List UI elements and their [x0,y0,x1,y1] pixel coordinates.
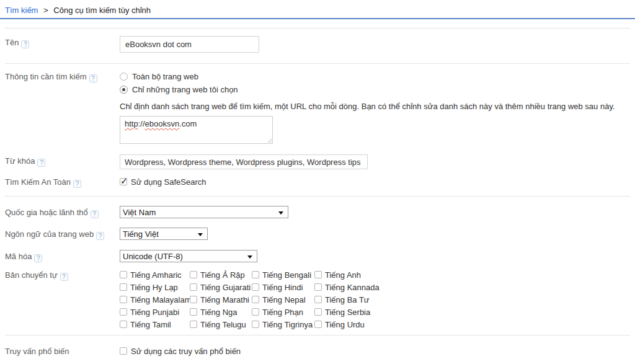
checkbox-icon[interactable] [120,296,127,303]
search-scope-row: Thông tin cần tìm kiếm? Toàn bộ trang we… [5,70,630,144]
transliteration-checkbox-persian[interactable]: Tiếng Ba Tư [314,295,630,304]
checkbox-icon[interactable] [190,271,197,278]
transliteration-checkbox-malayalam[interactable]: Tiếng Malayalam [120,295,190,304]
checkbox-checked-icon[interactable] [120,178,127,185]
transliteration-label: Bản chuyển tự? [5,269,120,281]
checkbox-icon[interactable] [252,283,259,291]
transliteration-row: Bản chuyển tự? Tiếng Amharic Tiếng Ả Rập… [5,269,630,331]
popular-queries-row: Truy vấn phổ biến Sử dụng các truy vấn p… [5,345,630,357]
sites-textarea[interactable]: http://ebooksvn.com [120,116,273,144]
help-icon[interactable]: ? [37,159,45,167]
url-text: http://ebooksvn.com [125,119,197,128]
popular-queries-label: Truy vấn phổ biến [5,345,120,357]
transliteration-checkbox-kannada[interactable]: Tiếng Kannada [314,283,630,292]
transliteration-checkbox-nepali[interactable]: Tiếng Nepal [252,295,314,304]
breadcrumb-link-search[interactable]: Tìm kiếm [5,6,38,15]
keywords-row: Từ khóa? [5,154,630,169]
divider [5,28,630,29]
breadcrumb-separator: > [43,6,48,15]
checkbox-icon[interactable] [120,283,127,291]
checkbox-icon[interactable] [252,321,259,328]
transliteration-checkbox-bengali[interactable]: Tiếng Bengali [252,270,314,280]
name-row: Tên? [5,36,630,53]
checkbox-unchecked-icon[interactable] [120,347,127,355]
name-input[interactable] [120,36,259,53]
name-label: Tên? [5,36,120,48]
transliteration-checkbox-telugu[interactable]: Tiếng Telugu [190,320,252,329]
divider [5,335,630,335]
checkbox-icon[interactable] [252,296,259,303]
language-select[interactable]: Tiếng Việt [120,228,208,240]
encoding-select[interactable]: Unicode (UTF-8) [120,250,257,262]
radio-icon-selected[interactable] [120,86,128,94]
checkbox-icon[interactable] [314,271,322,278]
sites-description: Chỉ định danh sách trang web để tìm kiếm… [120,102,630,112]
checkbox-icon[interactable] [120,271,127,278]
help-icon[interactable]: ? [96,232,104,240]
transliteration-checkbox-gujarati[interactable]: Tiếng Gujarati [190,283,252,292]
checkbox-icon[interactable] [314,321,322,328]
search-scope-label: Thông tin cần tìm kiếm? [5,70,120,82]
country-select[interactable]: Việt Nam [120,206,288,218]
keywords-input[interactable] [120,154,368,169]
transliteration-checkbox-english[interactable]: Tiếng Anh [314,270,630,280]
help-icon[interactable]: ? [73,180,81,188]
checkbox-icon[interactable] [314,283,322,291]
transliteration-checkbox-hindi[interactable]: Tiếng Hindi [252,283,314,292]
help-icon[interactable]: ? [21,40,29,48]
custom-search-settings-page: Tìm kiếm > Công cụ tìm kiếm tùy chỉnh Tê… [0,0,635,357]
checkbox-icon[interactable] [120,321,127,328]
transliteration-checkbox-serbian[interactable]: Tiếng Serbia [314,308,630,317]
divider [5,63,630,64]
checkbox-icon[interactable] [190,321,197,328]
safesearch-row: Tìm Kiếm An Toàn? Sử dụng SafeSearch [5,175,630,188]
transliteration-checkbox-punjabi[interactable]: Tiếng Punjabi [120,308,190,317]
encoding-row: Mã hóa? Unicode (UTF-8) [5,250,630,262]
transliteration-checkbox-greek[interactable]: Tiếng Hy Lạp [120,283,190,292]
radio-option-selected-sites[interactable]: Chỉ những trang web tôi chọn [120,83,630,96]
transliteration-checkbox-arabic[interactable]: Tiếng Ả Rập [190,270,252,280]
breadcrumb: Tìm kiếm > Công cụ tìm kiếm tùy chỉnh [0,0,635,19]
transliteration-checkbox-marathi[interactable]: Tiếng Marathi [190,295,252,304]
checkbox-icon[interactable] [190,296,197,303]
chevron-down-icon [198,233,203,236]
help-icon[interactable]: ? [89,74,97,82]
resize-handle-icon[interactable] [266,137,272,143]
help-icon[interactable]: ? [91,210,99,218]
safesearch-label: Tìm Kiếm An Toàn? [5,175,120,188]
language-row: Ngôn ngữ của trang web? Tiếng Việt [5,228,630,240]
chevron-down-icon [247,255,252,259]
popular-queries-checkbox-row[interactable]: Sử dụng các truy vấn phổ biến [120,345,630,357]
radio-option-entire-web[interactable]: Toàn bộ trang web [120,70,630,83]
transliteration-checkbox-urdu[interactable]: Tiếng Urdu [314,320,630,329]
language-label: Ngôn ngữ của trang web? [5,228,120,240]
transliteration-checkbox-sanskrit[interactable]: Tiếng Phạn [252,308,314,317]
chevron-down-icon [278,211,283,215]
checkbox-icon[interactable] [190,283,197,291]
checkbox-icon[interactable] [120,308,127,316]
transliteration-grid: Tiếng Amharic Tiếng Ả Rập Tiếng Bengali … [120,269,630,331]
help-icon[interactable]: ? [34,254,42,262]
keywords-label: Từ khóa? [5,154,120,167]
checkbox-icon[interactable] [252,271,259,278]
checkbox-icon[interactable] [314,296,322,303]
safesearch-checkbox-row[interactable]: Sử dụng SafeSearch [120,175,630,188]
transliteration-checkbox-tamil[interactable]: Tiếng Tamil [120,320,190,329]
transliteration-checkbox-amharic[interactable]: Tiếng Amharic [120,270,190,280]
transliteration-checkbox-tigrinya[interactable]: Tiếng Tigrinya [252,320,314,329]
encoding-label: Mã hóa? [5,250,120,262]
country-row: Quốc gia hoặc lãnh thổ? Việt Nam [5,206,630,218]
checkbox-icon[interactable] [190,308,197,316]
checkbox-icon[interactable] [314,308,322,316]
country-label: Quốc gia hoặc lãnh thổ? [5,206,120,218]
breadcrumb-current: Công cụ tìm kiếm tùy chỉnh [53,6,151,15]
radio-icon-unselected[interactable] [120,73,128,81]
divider [5,196,630,197]
help-icon[interactable]: ? [60,273,68,281]
transliteration-checkbox-russian[interactable]: Tiếng Nga [190,308,252,317]
settings-form: Tên? Thông tin cần tìm kiếm? Toàn bộ tra… [0,28,635,357]
checkbox-icon[interactable] [252,308,259,316]
